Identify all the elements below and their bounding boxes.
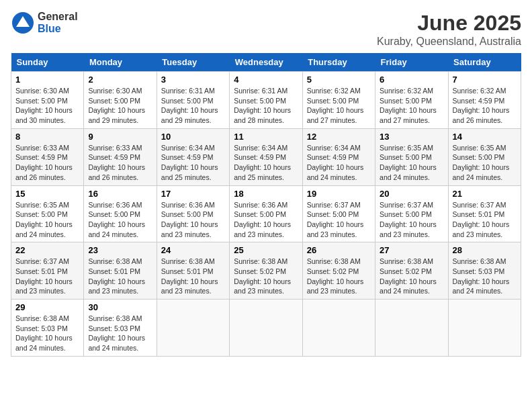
table-row: 13 Sunrise: 6:35 AM Sunset: 5:00 PM Dayl… [375,128,448,185]
page-header: General Blue June 2025 Kuraby, Queenslan… [11,11,521,48]
day-number: 20 [380,189,443,199]
table-row [375,300,448,357]
day-info: Sunrise: 6:36 AM Sunset: 5:00 PM Dayligh… [88,200,152,240]
table-row: 30 Sunrise: 6:38 AM Sunset: 5:03 PM Dayl… [84,300,157,357]
calendar-header-row: Sunday Monday Tuesday Wednesday Thursday… [11,53,521,72]
month-year-title: June 2025 [377,11,521,36]
day-number: 22 [15,245,79,255]
day-number: 12 [307,132,371,142]
day-number: 21 [453,189,517,199]
calendar-week-row: 29 Sunrise: 6:38 AM Sunset: 5:03 PM Dayl… [11,300,521,357]
day-info: Sunrise: 6:36 AM Sunset: 5:00 PM Dayligh… [234,200,298,240]
table-row: 22 Sunrise: 6:37 AM Sunset: 5:01 PM Dayl… [11,242,84,300]
location-subtitle: Kuraby, Queensland, Australia [377,36,521,48]
table-row: 9 Sunrise: 6:33 AM Sunset: 4:59 PM Dayli… [84,128,157,185]
table-row: 20 Sunrise: 6:37 AM Sunset: 5:00 PM Dayl… [375,185,448,242]
day-number: 25 [234,245,298,255]
day-info: Sunrise: 6:37 AM Sunset: 5:01 PM Dayligh… [15,257,79,296]
day-info: Sunrise: 6:33 AM Sunset: 4:59 PM Dayligh… [88,143,152,183]
day-number: 8 [15,132,79,142]
table-row: 28 Sunrise: 6:38 AM Sunset: 5:03 PM Dayl… [448,242,521,300]
calendar-week-row: 8 Sunrise: 6:33 AM Sunset: 4:59 PM Dayli… [11,128,521,185]
day-number: 19 [307,189,371,199]
day-number: 24 [161,245,225,255]
day-info: Sunrise: 6:32 AM Sunset: 5:00 PM Dayligh… [380,86,443,126]
table-row [448,300,521,357]
table-row: 6 Sunrise: 6:32 AM Sunset: 5:00 PM Dayli… [375,72,448,129]
day-info: Sunrise: 6:37 AM Sunset: 5:01 PM Dayligh… [453,200,517,240]
logo-general-text: General [38,11,78,23]
table-row [230,300,302,357]
day-info: Sunrise: 6:33 AM Sunset: 4:59 PM Dayligh… [15,143,79,183]
table-row: 25 Sunrise: 6:38 AM Sunset: 5:02 PM Dayl… [230,242,302,300]
col-friday: Friday [375,53,448,72]
day-number: 30 [88,302,152,312]
table-row: 1 Sunrise: 6:30 AM Sunset: 5:00 PM Dayli… [11,72,84,129]
calendar-week-row: 1 Sunrise: 6:30 AM Sunset: 5:00 PM Dayli… [11,72,521,129]
day-number: 14 [453,132,517,142]
table-row: 23 Sunrise: 6:38 AM Sunset: 5:01 PM Dayl… [84,242,157,300]
day-info: Sunrise: 6:38 AM Sunset: 5:02 PM Dayligh… [307,257,371,296]
day-number: 4 [234,75,298,85]
col-tuesday: Tuesday [157,53,229,72]
day-info: Sunrise: 6:30 AM Sunset: 5:00 PM Dayligh… [88,86,152,126]
day-number: 27 [380,245,443,255]
day-number: 6 [380,75,443,85]
col-thursday: Thursday [302,53,375,72]
day-info: Sunrise: 6:34 AM Sunset: 4:59 PM Dayligh… [234,143,298,183]
col-sunday: Sunday [11,53,84,72]
day-info: Sunrise: 6:38 AM Sunset: 5:02 PM Dayligh… [234,257,298,296]
table-row: 18 Sunrise: 6:36 AM Sunset: 5:00 PM Dayl… [230,185,302,242]
table-row: 4 Sunrise: 6:31 AM Sunset: 5:00 PM Dayli… [230,72,302,129]
logo: General Blue [11,11,78,35]
table-row: 7 Sunrise: 6:32 AM Sunset: 4:59 PM Dayli… [448,72,521,129]
day-info: Sunrise: 6:38 AM Sunset: 5:03 PM Dayligh… [88,314,152,353]
day-info: Sunrise: 6:38 AM Sunset: 5:01 PM Dayligh… [88,257,152,296]
day-info: Sunrise: 6:34 AM Sunset: 4:59 PM Dayligh… [161,143,225,183]
day-number: 28 [453,245,517,255]
calendar-table: Sunday Monday Tuesday Wednesday Thursday… [11,53,521,357]
table-row: 5 Sunrise: 6:32 AM Sunset: 5:00 PM Dayli… [302,72,375,129]
day-number: 9 [88,132,152,142]
day-info: Sunrise: 6:38 AM Sunset: 5:03 PM Dayligh… [15,314,79,353]
table-row: 21 Sunrise: 6:37 AM Sunset: 5:01 PM Dayl… [448,185,521,242]
day-info: Sunrise: 6:32 AM Sunset: 5:00 PM Dayligh… [307,86,371,126]
day-number: 13 [380,132,443,142]
day-info: Sunrise: 6:34 AM Sunset: 4:59 PM Dayligh… [307,143,371,183]
day-info: Sunrise: 6:38 AM Sunset: 5:01 PM Dayligh… [161,257,225,296]
day-number: 16 [88,189,152,199]
day-info: Sunrise: 6:31 AM Sunset: 5:00 PM Dayligh… [161,86,225,126]
day-info: Sunrise: 6:37 AM Sunset: 5:00 PM Dayligh… [307,200,371,240]
table-row: 27 Sunrise: 6:38 AM Sunset: 5:02 PM Dayl… [375,242,448,300]
day-info: Sunrise: 6:35 AM Sunset: 5:00 PM Dayligh… [453,143,517,183]
day-number: 26 [307,245,371,255]
day-info: Sunrise: 6:38 AM Sunset: 5:03 PM Dayligh… [453,257,517,296]
table-row: 15 Sunrise: 6:35 AM Sunset: 5:00 PM Dayl… [11,185,84,242]
table-row: 26 Sunrise: 6:38 AM Sunset: 5:02 PM Dayl… [302,242,375,300]
table-row: 17 Sunrise: 6:36 AM Sunset: 5:00 PM Dayl… [157,185,229,242]
day-number: 1 [15,75,79,85]
day-info: Sunrise: 6:35 AM Sunset: 5:00 PM Dayligh… [15,200,79,240]
day-info: Sunrise: 6:31 AM Sunset: 5:00 PM Dayligh… [234,86,298,126]
day-info: Sunrise: 6:36 AM Sunset: 5:00 PM Dayligh… [161,200,225,240]
calendar-week-row: 15 Sunrise: 6:35 AM Sunset: 5:00 PM Dayl… [11,185,521,242]
table-row: 16 Sunrise: 6:36 AM Sunset: 5:00 PM Dayl… [84,185,157,242]
day-number: 7 [453,75,517,85]
day-number: 2 [88,75,152,85]
day-number: 18 [234,189,298,199]
day-number: 5 [307,75,371,85]
day-number: 11 [234,132,298,142]
day-number: 23 [88,245,152,255]
table-row: 2 Sunrise: 6:30 AM Sunset: 5:00 PM Dayli… [84,72,157,129]
table-row [157,300,229,357]
day-info: Sunrise: 6:37 AM Sunset: 5:00 PM Dayligh… [380,200,443,240]
table-row: 12 Sunrise: 6:34 AM Sunset: 4:59 PM Dayl… [302,128,375,185]
day-info: Sunrise: 6:32 AM Sunset: 4:59 PM Dayligh… [453,86,517,126]
logo-blue-text: Blue [38,23,78,35]
table-row: 11 Sunrise: 6:34 AM Sunset: 4:59 PM Dayl… [230,128,302,185]
table-row: 8 Sunrise: 6:33 AM Sunset: 4:59 PM Dayli… [11,128,84,185]
day-info: Sunrise: 6:38 AM Sunset: 5:02 PM Dayligh… [380,257,443,296]
day-number: 17 [161,189,225,199]
table-row: 29 Sunrise: 6:38 AM Sunset: 5:03 PM Dayl… [11,300,84,357]
day-info: Sunrise: 6:35 AM Sunset: 5:00 PM Dayligh… [380,143,443,183]
